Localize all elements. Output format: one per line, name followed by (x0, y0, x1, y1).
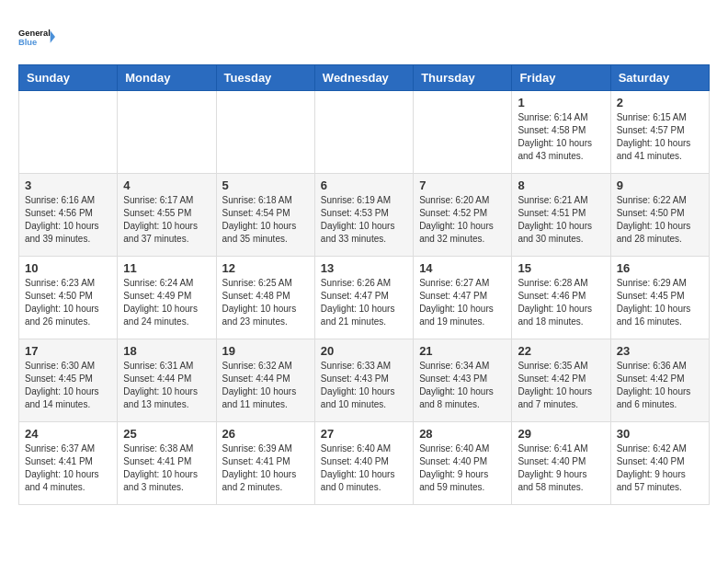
day-cell-28: 28Sunrise: 6:40 AMSunset: 4:40 PMDayligh… (414, 422, 512, 505)
week-row-4: 17Sunrise: 6:30 AMSunset: 4:45 PMDayligh… (19, 339, 710, 422)
weekday-header-row: SundayMondayTuesdayWednesdayThursdayFrid… (19, 65, 710, 91)
day-cell-21: 21Sunrise: 6:34 AMSunset: 4:43 PMDayligh… (414, 339, 512, 422)
weekday-friday: Friday (512, 65, 610, 91)
day-number: 16 (617, 261, 703, 275)
day-number: 11 (123, 261, 210, 275)
empty-cell (414, 91, 512, 174)
day-cell-1: 1Sunrise: 6:14 AMSunset: 4:58 PMDaylight… (512, 91, 610, 174)
day-detail: Sunrise: 6:30 AMSunset: 4:45 PMDaylight:… (25, 360, 111, 411)
day-number: 10 (25, 261, 111, 275)
day-detail: Sunrise: 6:41 AMSunset: 4:40 PMDaylight:… (518, 442, 604, 494)
day-number: 25 (123, 427, 210, 441)
day-detail: Sunrise: 6:40 AMSunset: 4:40 PMDaylight:… (321, 442, 407, 494)
weekday-tuesday: Tuesday (216, 65, 314, 91)
day-number: 7 (419, 178, 506, 192)
day-detail: Sunrise: 6:37 AMSunset: 4:41 PMDaylight:… (25, 442, 111, 494)
day-detail: Sunrise: 6:27 AMSunset: 4:47 PMDaylight:… (419, 277, 506, 328)
day-number: 21 (419, 344, 506, 358)
logo-svg: General Blue (18, 18, 55, 55)
day-cell-6: 6Sunrise: 6:19 AMSunset: 4:53 PMDaylight… (314, 174, 413, 257)
svg-text:Blue: Blue (18, 38, 37, 47)
day-number: 28 (419, 427, 506, 441)
day-number: 30 (617, 427, 703, 441)
day-detail: Sunrise: 6:34 AMSunset: 4:43 PMDaylight:… (419, 360, 506, 411)
day-number: 20 (321, 344, 407, 358)
day-detail: Sunrise: 6:14 AMSunset: 4:58 PMDaylight:… (518, 111, 604, 163)
day-detail: Sunrise: 6:31 AMSunset: 4:44 PMDaylight:… (123, 360, 210, 411)
header: General Blue (18, 18, 710, 55)
empty-cell (118, 91, 216, 174)
day-number: 1 (518, 96, 604, 109)
day-number: 3 (25, 178, 111, 192)
weekday-thursday: Thursday (414, 65, 512, 91)
day-detail: Sunrise: 6:36 AMSunset: 4:42 PMDaylight:… (617, 360, 703, 411)
day-detail: Sunrise: 6:33 AMSunset: 4:43 PMDaylight:… (321, 360, 407, 411)
day-detail: Sunrise: 6:17 AMSunset: 4:55 PMDaylight:… (123, 194, 210, 246)
day-detail: Sunrise: 6:38 AMSunset: 4:41 PMDaylight:… (123, 442, 210, 494)
weekday-monday: Monday (118, 65, 216, 91)
day-cell-17: 17Sunrise: 6:30 AMSunset: 4:45 PMDayligh… (19, 339, 118, 422)
day-detail: Sunrise: 6:28 AMSunset: 4:46 PMDaylight:… (518, 277, 604, 328)
day-cell-5: 5Sunrise: 6:18 AMSunset: 4:54 PMDaylight… (216, 174, 314, 257)
day-cell-9: 9Sunrise: 6:22 AMSunset: 4:50 PMDaylight… (610, 174, 709, 257)
day-number: 19 (222, 344, 309, 358)
weekday-saturday: Saturday (610, 65, 709, 91)
day-cell-7: 7Sunrise: 6:20 AMSunset: 4:52 PMDaylight… (414, 174, 512, 257)
day-detail: Sunrise: 6:15 AMSunset: 4:57 PMDaylight:… (617, 111, 703, 163)
day-cell-18: 18Sunrise: 6:31 AMSunset: 4:44 PMDayligh… (118, 339, 216, 422)
weekday-wednesday: Wednesday (314, 65, 413, 91)
day-detail: Sunrise: 6:32 AMSunset: 4:44 PMDaylight:… (222, 360, 309, 411)
empty-cell (19, 91, 118, 174)
day-detail: Sunrise: 6:24 AMSunset: 4:49 PMDaylight:… (123, 277, 210, 328)
day-number: 24 (25, 427, 111, 441)
day-cell-3: 3Sunrise: 6:16 AMSunset: 4:56 PMDaylight… (19, 174, 118, 257)
empty-cell (216, 91, 314, 174)
day-cell-13: 13Sunrise: 6:26 AMSunset: 4:47 PMDayligh… (314, 257, 413, 339)
day-detail: Sunrise: 6:26 AMSunset: 4:47 PMDaylight:… (321, 277, 407, 328)
day-cell-23: 23Sunrise: 6:36 AMSunset: 4:42 PMDayligh… (610, 339, 709, 422)
day-detail: Sunrise: 6:18 AMSunset: 4:54 PMDaylight:… (222, 194, 309, 246)
day-number: 22 (518, 344, 604, 358)
day-cell-8: 8Sunrise: 6:21 AMSunset: 4:51 PMDaylight… (512, 174, 610, 257)
day-cell-26: 26Sunrise: 6:39 AMSunset: 4:41 PMDayligh… (216, 422, 314, 505)
day-detail: Sunrise: 6:29 AMSunset: 4:45 PMDaylight:… (617, 277, 703, 328)
day-detail: Sunrise: 6:19 AMSunset: 4:53 PMDaylight:… (321, 194, 407, 246)
day-cell-20: 20Sunrise: 6:33 AMSunset: 4:43 PMDayligh… (314, 339, 413, 422)
day-cell-4: 4Sunrise: 6:17 AMSunset: 4:55 PMDaylight… (118, 174, 216, 257)
day-detail: Sunrise: 6:23 AMSunset: 4:50 PMDaylight:… (25, 277, 111, 328)
svg-text:General: General (18, 29, 51, 38)
day-cell-2: 2Sunrise: 6:15 AMSunset: 4:57 PMDaylight… (610, 91, 709, 174)
week-row-1: 1Sunrise: 6:14 AMSunset: 4:58 PMDaylight… (19, 91, 710, 174)
day-detail: Sunrise: 6:39 AMSunset: 4:41 PMDaylight:… (222, 442, 309, 494)
day-number: 26 (222, 427, 309, 441)
day-cell-24: 24Sunrise: 6:37 AMSunset: 4:41 PMDayligh… (19, 422, 118, 505)
day-detail: Sunrise: 6:40 AMSunset: 4:40 PMDaylight:… (419, 442, 506, 494)
day-number: 13 (321, 261, 407, 275)
week-row-3: 10Sunrise: 6:23 AMSunset: 4:50 PMDayligh… (19, 257, 710, 339)
day-cell-10: 10Sunrise: 6:23 AMSunset: 4:50 PMDayligh… (19, 257, 118, 339)
day-cell-16: 16Sunrise: 6:29 AMSunset: 4:45 PMDayligh… (610, 257, 709, 339)
day-cell-14: 14Sunrise: 6:27 AMSunset: 4:47 PMDayligh… (414, 257, 512, 339)
day-number: 14 (419, 261, 506, 275)
day-number: 8 (518, 178, 604, 192)
logo: General Blue (18, 18, 55, 55)
day-number: 23 (617, 344, 703, 358)
day-number: 6 (321, 178, 407, 192)
weekday-sunday: Sunday (19, 65, 118, 91)
day-number: 17 (25, 344, 111, 358)
day-cell-30: 30Sunrise: 6:42 AMSunset: 4:40 PMDayligh… (610, 422, 709, 505)
day-number: 15 (518, 261, 604, 275)
calendar: SundayMondayTuesdayWednesdayThursdayFrid… (18, 64, 710, 505)
day-cell-19: 19Sunrise: 6:32 AMSunset: 4:44 PMDayligh… (216, 339, 314, 422)
day-detail: Sunrise: 6:22 AMSunset: 4:50 PMDaylight:… (617, 194, 703, 246)
day-detail: Sunrise: 6:35 AMSunset: 4:42 PMDaylight:… (518, 360, 604, 411)
day-cell-11: 11Sunrise: 6:24 AMSunset: 4:49 PMDayligh… (118, 257, 216, 339)
svg-marker-2 (51, 30, 55, 42)
day-cell-12: 12Sunrise: 6:25 AMSunset: 4:48 PMDayligh… (216, 257, 314, 339)
day-number: 5 (222, 178, 309, 192)
day-number: 29 (518, 427, 604, 441)
day-detail: Sunrise: 6:20 AMSunset: 4:52 PMDaylight:… (419, 194, 506, 246)
day-detail: Sunrise: 6:25 AMSunset: 4:48 PMDaylight:… (222, 277, 309, 328)
day-cell-27: 27Sunrise: 6:40 AMSunset: 4:40 PMDayligh… (314, 422, 413, 505)
day-number: 18 (123, 344, 210, 358)
